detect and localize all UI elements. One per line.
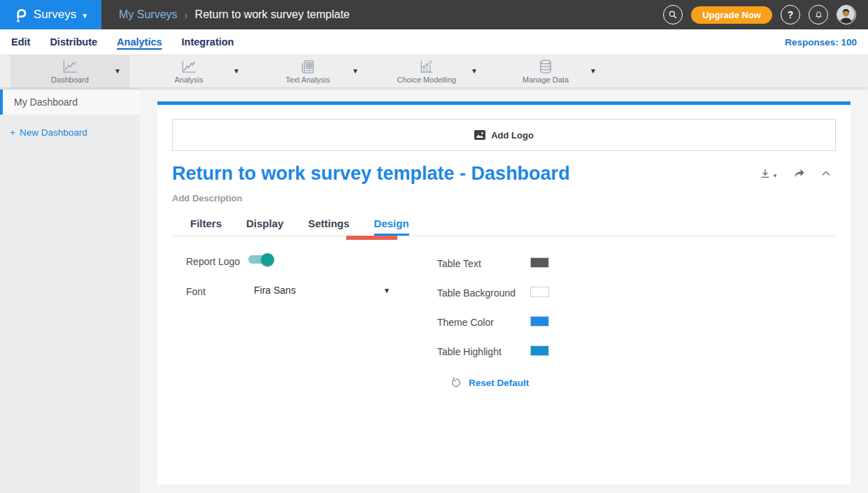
help-button[interactable]: ? [781,5,800,24]
caret-down-icon[interactable]: ▼ [233,67,240,75]
toolbar-item-label: Manage Data [522,76,569,84]
top-header-bar: Surveys ▼ My Surveys › Return to work su… [0,0,868,29]
design-tab-highlight-annotation [346,236,397,240]
search-button[interactable] [663,5,683,24]
theme-color-label: Theme Color [437,317,494,328]
table-text-color-swatch[interactable] [530,257,549,268]
nav-analytics[interactable]: Analytics [117,36,162,48]
search-icon [667,8,679,21]
add-logo-label: Add Logo [491,130,534,141]
nav-distribute[interactable]: Distribute [50,36,97,48]
download-button[interactable]: ▼ [760,167,778,179]
dashboard-sidebar: My Dashboard + New Dashboard [0,87,140,493]
report-logo-label: Report Logo [186,256,240,267]
questionpro-logo-icon [13,6,29,24]
toolbar-item-choice-modelling[interactable]: Choice Modelling ▼ [367,55,486,87]
new-dashboard-label: New Dashboard [20,127,87,138]
tab-filters[interactable]: Filters [190,217,222,236]
toolbar-item-manage-data[interactable]: Manage Data ▼ [486,55,605,87]
font-dropdown[interactable]: Fira Sans ▼ [254,285,390,296]
caret-down-icon: ▼ [383,287,390,294]
database-icon [537,59,554,75]
new-dashboard-button[interactable]: + New Dashboard [10,127,140,138]
caret-down-icon[interactable]: ▼ [471,67,478,75]
nav-integration[interactable]: Integration [182,36,234,48]
tab-design[interactable]: Design [374,217,409,236]
dashboard-card: Add Logo Return to work survey template … [157,101,851,485]
toolbar-item-label: Analysis [175,76,204,84]
user-avatar[interactable] [837,5,856,24]
survey-section-nav: Edit Distribute Analytics Integration Re… [0,29,868,55]
toolbar-item-analysis[interactable]: Analysis ▼ [129,55,248,87]
tab-display[interactable]: Display [246,217,283,236]
collapse-button[interactable] [821,170,831,176]
nav-edit[interactable]: Edit [11,36,30,48]
upgrade-now-button[interactable]: Upgrade Now [691,6,772,24]
toggle-knob [261,253,274,266]
header-actions: Upgrade Now ? [663,5,868,24]
table-background-label: Table Background [437,287,515,299]
tab-settings[interactable]: Settings [308,217,349,236]
table-highlight-label: Table Highlight [437,346,501,357]
table-text-label: Table Text [437,258,481,269]
dashboard-content-area: Add Logo Return to work survey template … [140,87,868,493]
toolbar-item-dashboard[interactable]: Dashboard ▼ [10,55,129,87]
card-accent-bar [157,101,851,105]
chevron-up-icon [821,170,831,176]
dashboard-title: Return to work survey template - Dashboa… [172,163,570,185]
reset-default-button[interactable]: Reset Default [450,377,529,389]
plus-icon: + [10,127,15,138]
share-icon [793,168,806,179]
breadcrumb-separator: › [185,9,188,21]
toolbar-item-label: Text Analysis [285,76,330,84]
table-background-color-swatch[interactable] [530,287,549,297]
text-analysis-icon [299,59,316,75]
sidebar-item-my-dashboard[interactable]: My Dashboard [0,90,140,115]
toolbar-item-text-analysis[interactable]: Text Analysis ▼ [248,55,367,87]
font-dropdown-value: Fira Sans [254,285,296,296]
breadcrumb-my-surveys[interactable]: My Surveys [119,8,178,21]
dashboard-actions: ▼ [760,167,831,179]
breadcrumb-current-survey: Return to work survey template [195,8,350,21]
add-logo-dropzone[interactable]: Add Logo [172,119,836,151]
sidebar-item-label: My Dashboard [14,97,78,108]
product-label: Surveys [34,8,76,22]
choice-modelling-icon [418,59,435,75]
analysis-chart-icon [180,59,198,75]
analytics-toolbar: Dashboard ▼ Analysis ▼ Text Analysis ▼ [0,55,868,87]
product-switcher[interactable]: Surveys ▼ [0,0,101,29]
tab-divider [172,236,836,236]
chevron-down-icon: ▼ [81,12,88,20]
share-button[interactable] [793,168,806,179]
image-icon [474,130,485,140]
font-label: Font [186,286,206,297]
theme-color-swatch[interactable] [530,316,549,327]
dashboard-settings-tabs: Filters Display Settings Design [190,217,409,236]
breadcrumb: My Surveys › Return to work survey templ… [119,8,350,21]
toolbar-item-label: Choice Modelling [397,76,456,84]
table-highlight-color-swatch[interactable] [530,345,549,356]
caret-down-icon[interactable]: ▼ [352,67,359,75]
avatar-photo [837,6,855,23]
report-logo-toggle[interactable] [248,255,272,264]
question-mark-icon: ? [788,9,794,20]
reset-default-label: Reset Default [469,378,529,388]
caret-down-icon: ▼ [772,173,778,179]
caret-down-icon[interactable]: ▼ [114,67,121,75]
dashboard-chart-icon [61,59,79,75]
bell-icon [813,9,825,21]
refresh-icon [450,377,462,389]
download-icon [760,168,771,179]
add-description-field[interactable]: Add Description [172,193,242,203]
toolbar-item-label: Dashboard [51,76,89,84]
caret-down-icon[interactable]: ▼ [590,67,597,75]
responses-count: Responses: 100 [785,37,857,48]
notifications-button[interactable] [809,5,828,24]
